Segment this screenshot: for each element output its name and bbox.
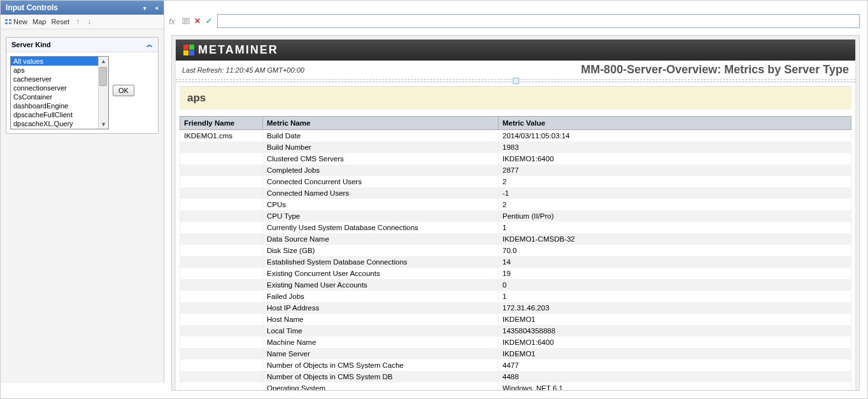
formula-wizard-icon[interactable]: [181, 17, 190, 25]
table-row[interactable]: CPUs2: [180, 199, 851, 210]
cell-metric-name: Clustered CMS Servers: [263, 153, 499, 164]
cancel-formula-icon[interactable]: ✕: [193, 17, 202, 25]
table-row[interactable]: CPU TypePentium (II/Pro): [180, 210, 851, 222]
apply-formula-icon[interactable]: ✓: [204, 17, 213, 25]
new-button[interactable]: New: [4, 18, 27, 25]
table-row[interactable]: Number of Objects in CMS System DB4488: [180, 371, 851, 382]
cell-friendly-name: [180, 348, 263, 359]
table-row[interactable]: Currently Used System Database Connectio…: [180, 222, 851, 233]
table-row[interactable]: Local Time1435804358888: [180, 325, 851, 337]
filter-title-bar[interactable]: Server Kind ︽: [6, 38, 158, 52]
cell-metric-value: Pentium (II/Pro): [499, 210, 851, 222]
table-row[interactable]: Name ServerIKDEMO1: [180, 348, 851, 359]
cell-friendly-name: [180, 359, 263, 371]
arrow-up-icon[interactable]: ↑: [75, 17, 81, 26]
list-item[interactable]: All values: [11, 57, 108, 66]
listbox-scrollbar[interactable]: ▲ ▼: [98, 57, 108, 129]
svg-rect-2: [5, 22, 8, 24]
cell-metric-value: -1: [499, 187, 851, 199]
input-controls-panel: Input Controls ▾ « New Map Reset ↑ ↓ Ser…: [1, 1, 164, 383]
table-row[interactable]: Completed Jobs2877: [180, 164, 851, 176]
map-button[interactable]: Map: [32, 18, 46, 25]
report-meta-row: Last Refresh: 11:20:45 AM GMT+00:00 MM-8…: [176, 61, 855, 80]
cell-metric-name: Connected Named Users: [263, 187, 499, 199]
arrow-down-icon[interactable]: ↓: [86, 17, 92, 26]
panel-dropdown-icon[interactable]: ▾: [143, 5, 146, 11]
report-viewport[interactable]: Metaminer Last Refresh: 11:20:45 AM GMT+…: [171, 35, 860, 391]
cell-metric-name: Name Server: [263, 348, 499, 359]
table-row[interactable]: Connected Named Users-1: [180, 187, 851, 199]
cell-metric-value: 2014/03/11:05:03:14: [499, 130, 851, 142]
scroll-up-icon[interactable]: ▲: [101, 57, 106, 66]
chevron-up-icon[interactable]: ︽: [146, 40, 153, 49]
table-row[interactable]: Clustered CMS ServersIKDEMO1:6400: [180, 153, 851, 164]
table-row[interactable]: Established System Database Connections1…: [180, 256, 851, 268]
table-row[interactable]: Host NameIKDEMO1: [180, 314, 851, 325]
cell-friendly-name: [180, 314, 263, 325]
table-row[interactable]: Operating SystemWindows .NET 6.1: [180, 382, 851, 391]
table-row[interactable]: IKDEMO1.cmsBuild Date2014/03/11:05:03:14: [180, 130, 851, 142]
cell-metric-value: IKDEMO1:6400: [499, 153, 851, 164]
list-item[interactable]: connectionserver: [11, 83, 108, 92]
cell-metric-value: 14: [499, 256, 851, 268]
cell-metric-value: IKDEMO1-CMSDB-32: [499, 233, 851, 245]
cell-friendly-name: [180, 233, 263, 245]
cell-metric-value: 4477: [499, 359, 851, 371]
table-row[interactable]: Data Source NameIKDEMO1-CMSDB-32: [180, 233, 851, 245]
new-icon: [4, 18, 12, 25]
cell-metric-name: Build Number: [263, 141, 499, 153]
cell-metric-name: Currently Used System Database Connectio…: [263, 222, 499, 233]
ok-button[interactable]: OK: [113, 85, 134, 96]
table-row[interactable]: Existing Concurrent User Accounts19: [180, 268, 851, 279]
table-row[interactable]: Disk Size (GB)70.0: [180, 245, 851, 256]
list-item[interactable]: aps: [11, 66, 108, 75]
scroll-thumb[interactable]: [99, 67, 107, 86]
reset-button[interactable]: Reset: [51, 18, 69, 25]
cell-metric-value: Windows .NET 6.1: [499, 382, 851, 391]
cell-friendly-name: [180, 199, 263, 210]
scroll-down-icon[interactable]: ▼: [101, 120, 106, 129]
col-metric-name: Metric Name: [263, 117, 499, 130]
list-item[interactable]: dpsprocFullClient: [11, 128, 108, 129]
cell-metric-value: 1983: [499, 141, 851, 153]
table-row[interactable]: Number of Objects in CMS System Cache447…: [180, 359, 851, 371]
list-item[interactable]: dpscacheXL.Query: [11, 119, 108, 128]
cell-metric-value: IKDEMO1:6400: [499, 337, 851, 348]
cell-friendly-name: [180, 256, 263, 268]
table-row[interactable]: Build Number1983: [180, 141, 851, 153]
col-friendly-name: Friendly Name: [180, 117, 263, 130]
filter-title: Server Kind: [11, 41, 51, 48]
cell-metric-value: 70.0: [499, 245, 851, 256]
cell-friendly-name: [180, 187, 263, 199]
table-row[interactable]: Host IP Address172.31.46.203: [180, 302, 851, 314]
cell-metric-value: 1435804358888: [499, 325, 851, 337]
server-kind-listbox[interactable]: All valuesapscacheserverconnectionserver…: [10, 56, 109, 129]
list-item[interactable]: dpscacheFullClient: [11, 110, 108, 119]
cell-friendly-name: [180, 153, 263, 164]
page-break-marker[interactable]: [176, 80, 855, 83]
table-row[interactable]: Machine NameIKDEMO1:6400: [180, 337, 851, 348]
table-row[interactable]: Connected Concurrent Users2: [180, 176, 851, 187]
table-row[interactable]: Failed Jobs1: [180, 291, 851, 302]
cell-metric-value: 2: [499, 199, 851, 210]
cell-friendly-name: [180, 382, 263, 391]
formula-bar: fx ✕ ✓: [166, 13, 860, 29]
panel-title: Input Controls: [6, 3, 58, 12]
list-item[interactable]: cacheserver: [11, 75, 108, 83]
formula-input[interactable]: [217, 14, 860, 28]
list-item[interactable]: dashboardEngine: [11, 101, 108, 110]
cell-metric-name: Machine Name: [263, 337, 499, 348]
cell-friendly-name: [180, 302, 263, 314]
cell-metric-name: Existing Concurrent User Accounts: [263, 268, 499, 279]
metrics-table: Friendly Name Metric Name Metric Value I…: [180, 116, 851, 391]
cell-metric-name: Local Time: [263, 325, 499, 337]
brand-bar: Metaminer: [176, 40, 855, 61]
table-header-row: Friendly Name Metric Name Metric Value: [180, 117, 851, 130]
list-item[interactable]: CsContainer: [11, 92, 108, 101]
cell-metric-name: Existing Named User Accounts: [263, 279, 499, 291]
cell-friendly-name: [180, 337, 263, 348]
collapse-icon[interactable]: «: [155, 4, 159, 11]
table-row[interactable]: Existing Named User Accounts0: [180, 279, 851, 291]
cell-metric-value: 2877: [499, 164, 851, 176]
fx-label[interactable]: fx: [166, 17, 178, 26]
